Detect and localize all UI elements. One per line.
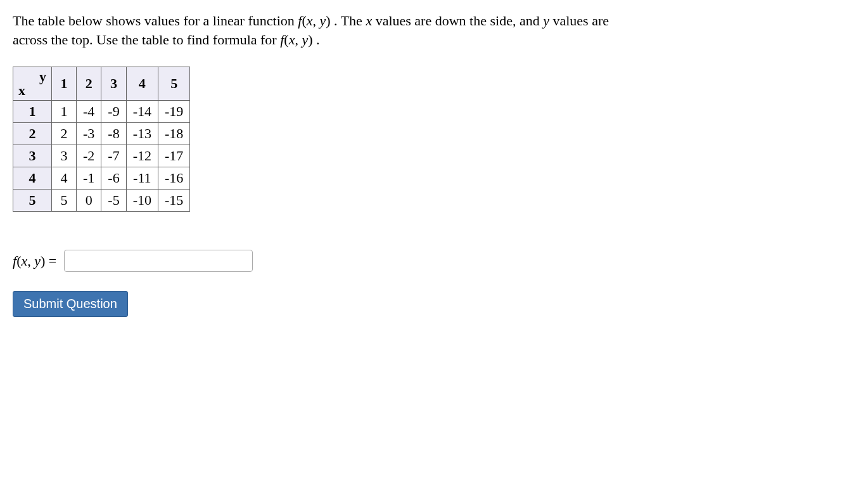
table-cell: 4 <box>52 167 77 190</box>
table-row: 3 3 -2 -7 -12 -17 <box>13 145 190 167</box>
table-cell: -3 <box>77 123 101 145</box>
table-row: 4 4 -1 -6 -11 -16 <box>13 167 190 190</box>
table-cell: 5 <box>52 190 77 212</box>
table-cell: -13 <box>126 123 158 145</box>
table-cell: -18 <box>158 123 189 145</box>
table-cell: -15 <box>158 190 189 212</box>
table-cell: -10 <box>126 190 158 212</box>
prompt-text-5: . <box>316 32 320 48</box>
math-fxy-2: f(x, y) <box>280 32 316 48</box>
table-cell: -12 <box>126 145 158 167</box>
function-table: y x 1 2 3 4 5 1 1 -4 -9 -14 -19 2 2 -3 -… <box>13 67 190 212</box>
table-cell: -14 <box>126 101 158 123</box>
table-cell: -4 <box>77 101 101 123</box>
math-fxy-1: f(x, y) <box>298 13 334 29</box>
y-header: 5 <box>158 67 189 101</box>
table-cell: 1 <box>52 101 77 123</box>
corner-y-label: y <box>39 68 46 85</box>
y-header: 3 <box>101 67 126 101</box>
x-header: 3 <box>13 145 52 167</box>
table-cell: -17 <box>158 145 189 167</box>
table-cell: 2 <box>52 123 77 145</box>
math-x: x <box>366 13 372 29</box>
table-cell: -8 <box>101 123 126 145</box>
table-cell: -16 <box>158 167 189 190</box>
answer-row: f(x, y) = <box>13 250 855 272</box>
table-cell: 3 <box>52 145 77 167</box>
x-header: 5 <box>13 190 52 212</box>
x-header: 1 <box>13 101 52 123</box>
table-cell: -9 <box>101 101 126 123</box>
math-y: y <box>543 13 549 29</box>
prompt-text-2: . The <box>334 13 366 29</box>
table-header-row: y x 1 2 3 4 5 <box>13 67 190 101</box>
table-row: 5 5 0 -5 -10 -15 <box>13 190 190 212</box>
table-row: 2 2 -3 -8 -13 -18 <box>13 123 190 145</box>
table-cell: -2 <box>77 145 101 167</box>
x-header: 4 <box>13 167 52 190</box>
table-corner-cell: y x <box>13 67 52 101</box>
prompt-text-1: The table below shows values for a linea… <box>13 13 298 29</box>
y-header: 2 <box>77 67 101 101</box>
answer-input[interactable] <box>64 250 253 272</box>
y-header: 4 <box>126 67 158 101</box>
prompt-text-3: values are down the side, and <box>372 13 543 29</box>
submit-question-button[interactable]: Submit Question <box>13 291 128 317</box>
answer-lhs: f(x, y) = <box>13 253 56 269</box>
corner-x-label: x <box>18 82 25 99</box>
x-header: 2 <box>13 123 52 145</box>
table-cell: -6 <box>101 167 126 190</box>
table-cell: -11 <box>126 167 158 190</box>
table-cell: 0 <box>77 190 101 212</box>
y-header: 1 <box>52 67 77 101</box>
table-cell: -5 <box>101 190 126 212</box>
question-prompt: The table below shows values for a linea… <box>13 11 646 49</box>
table-cell: -1 <box>77 167 101 190</box>
table-row: 1 1 -4 -9 -14 -19 <box>13 101 190 123</box>
table-cell: -7 <box>101 145 126 167</box>
table-cell: -19 <box>158 101 189 123</box>
